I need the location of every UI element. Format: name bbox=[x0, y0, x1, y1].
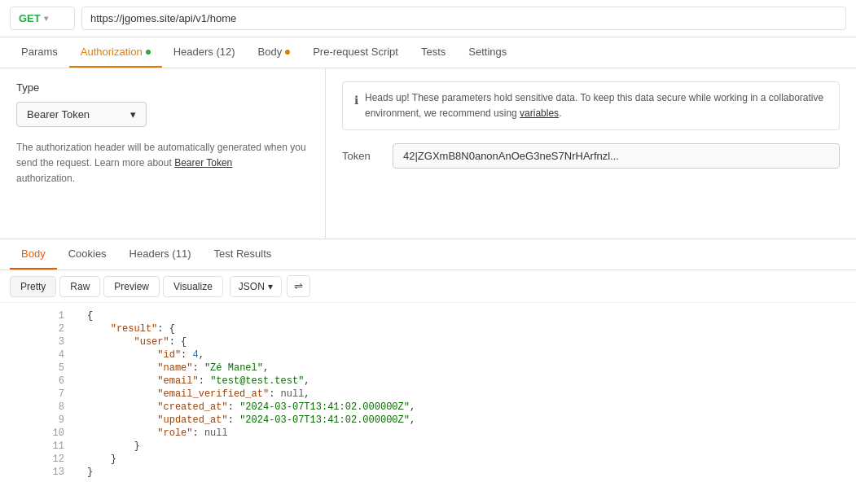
line-content: "role": null bbox=[77, 427, 856, 440]
json-plain: , bbox=[410, 414, 415, 426]
json-plain bbox=[87, 349, 157, 361]
line-number: 1 bbox=[0, 309, 77, 322]
table-row: 5 "name": "Zé Manel", bbox=[0, 362, 856, 375]
line-number: 12 bbox=[0, 453, 77, 466]
json-key: "user" bbox=[134, 336, 169, 348]
method-chevron-icon: ▾ bbox=[44, 14, 48, 23]
json-plain: : bbox=[228, 401, 239, 413]
json-brace: } bbox=[111, 454, 116, 465]
tab-authorization-label: Authorization bbox=[81, 46, 143, 58]
json-key: "result" bbox=[111, 323, 158, 335]
tab-tests-label: Tests bbox=[421, 46, 446, 58]
tab-params[interactable]: Params bbox=[10, 37, 69, 68]
right-panel: ℹ Heads up! These parameters hold sensit… bbox=[326, 68, 856, 239]
json-string: "Zé Manel" bbox=[204, 362, 263, 374]
line-content: "email_verified_at": null, bbox=[77, 388, 856, 401]
tab-headers[interactable]: Headers (12) bbox=[162, 37, 247, 68]
json-plain: : { bbox=[169, 336, 187, 348]
bottom-tab-body-label: Body bbox=[21, 248, 46, 260]
table-row: 7 "email_verified_at": null, bbox=[0, 388, 856, 401]
json-plain bbox=[87, 362, 157, 374]
left-panel: Type Bearer Token ▾ The authorization he… bbox=[0, 68, 326, 239]
line-content: } bbox=[77, 453, 856, 466]
alert-text: Heads up! These parameters hold sensitiv… bbox=[365, 90, 827, 121]
bottom-tab-headers-label: Headers (11) bbox=[129, 248, 191, 260]
tab-body-label: Body bbox=[258, 46, 283, 58]
view-visualize-button[interactable]: Visualize bbox=[163, 276, 223, 297]
line-content: { bbox=[77, 309, 856, 322]
json-key: "email_verified_at" bbox=[157, 388, 269, 400]
method-select[interactable]: GET ▾ bbox=[10, 7, 75, 30]
format-chevron-icon: ▾ bbox=[268, 281, 273, 292]
token-row: Token bbox=[342, 143, 840, 169]
line-content: "email": "test@test.test", bbox=[77, 375, 856, 388]
table-row: 6 "email": "test@test.test", bbox=[0, 375, 856, 388]
content-area: Type Bearer Token ▾ The authorization he… bbox=[0, 68, 856, 239]
json-plain: , bbox=[199, 349, 204, 361]
json-plain bbox=[87, 401, 157, 413]
json-string: "test@test.test" bbox=[210, 375, 304, 387]
json-null: null bbox=[204, 427, 228, 439]
json-plain: , bbox=[263, 362, 269, 374]
bottom-tab-testresults[interactable]: Test Results bbox=[202, 239, 283, 270]
line-number: 2 bbox=[0, 322, 77, 335]
format-select[interactable]: JSON ▾ bbox=[230, 276, 282, 297]
view-pretty-button[interactable]: Pretty bbox=[10, 276, 56, 297]
info-icon: ℹ bbox=[354, 91, 358, 109]
line-content: } bbox=[77, 466, 856, 479]
json-plain bbox=[87, 336, 134, 348]
table-row: 8 "created_at": "2024-03-07T13:41:02.000… bbox=[0, 401, 856, 414]
tab-params-label: Params bbox=[21, 46, 58, 58]
url-bar: GET ▾ bbox=[0, 0, 856, 37]
table-row: 2 "result": { bbox=[0, 322, 856, 335]
bearer-token-link[interactable]: Bearer Token bbox=[174, 157, 232, 169]
tab-body[interactable]: Body bbox=[247, 37, 302, 68]
bottom-tab-cookies-label: Cookies bbox=[68, 248, 107, 260]
json-plain bbox=[87, 375, 157, 387]
tab-settings[interactable]: Settings bbox=[457, 37, 518, 68]
table-row: 3 "user": { bbox=[0, 335, 856, 348]
json-plain: : { bbox=[157, 323, 175, 335]
url-input[interactable] bbox=[81, 7, 846, 30]
line-number: 3 bbox=[0, 335, 77, 348]
json-null: null bbox=[281, 388, 305, 400]
tab-authorization[interactable]: Authorization bbox=[69, 37, 162, 68]
json-key: "role" bbox=[157, 427, 192, 439]
code-lines: 1{2 "result": {3 "user": {4 "id": 4,5 "n… bbox=[0, 309, 856, 479]
json-plain: , bbox=[304, 388, 309, 400]
description-text: The authorization header will be automat… bbox=[16, 140, 309, 187]
table-row: 1{ bbox=[0, 309, 856, 322]
tab-prerequest-label: Pre-request Script bbox=[313, 46, 398, 58]
bottom-tab-body[interactable]: Body bbox=[10, 239, 57, 270]
tab-tests[interactable]: Tests bbox=[410, 37, 457, 68]
json-key: "updated_at" bbox=[157, 414, 227, 426]
token-input[interactable] bbox=[393, 143, 840, 169]
format-label: JSON bbox=[239, 281, 265, 292]
line-number: 5 bbox=[0, 362, 77, 375]
json-plain bbox=[87, 427, 157, 439]
table-row: 4 "id": 4, bbox=[0, 348, 856, 362]
tab-settings-label: Settings bbox=[468, 46, 507, 58]
line-number: 11 bbox=[0, 440, 77, 453]
json-brace: { bbox=[87, 310, 93, 322]
type-select[interactable]: Bearer Token ▾ bbox=[16, 102, 147, 127]
bottom-tab-headers[interactable]: Headers (11) bbox=[118, 239, 203, 270]
line-content: "created_at": "2024-03-07T13:41:02.00000… bbox=[77, 401, 856, 414]
line-content: "user": { bbox=[77, 335, 856, 348]
view-raw-button[interactable]: Raw bbox=[59, 276, 100, 297]
json-plain: : bbox=[181, 349, 192, 361]
body-dot bbox=[285, 50, 290, 55]
view-preview-button[interactable]: Preview bbox=[103, 276, 160, 297]
json-string: "2024-03-07T13:41:02.000000Z" bbox=[239, 414, 410, 426]
token-label: Token bbox=[342, 150, 383, 162]
tab-headers-label: Headers (12) bbox=[173, 46, 235, 58]
tab-prerequest[interactable]: Pre-request Script bbox=[301, 37, 410, 68]
variables-link[interactable]: variables bbox=[520, 107, 559, 119]
line-content: "name": "Zé Manel", bbox=[77, 362, 856, 375]
wrap-icon[interactable]: ⇌ bbox=[287, 275, 310, 297]
line-content: "id": 4, bbox=[77, 348, 856, 362]
bottom-tab-cookies[interactable]: Cookies bbox=[57, 239, 118, 270]
json-brace: } bbox=[87, 467, 93, 478]
json-string: "2024-03-07T13:41:02.000000Z" bbox=[239, 401, 410, 413]
alert-box: ℹ Heads up! These parameters hold sensit… bbox=[342, 81, 840, 130]
